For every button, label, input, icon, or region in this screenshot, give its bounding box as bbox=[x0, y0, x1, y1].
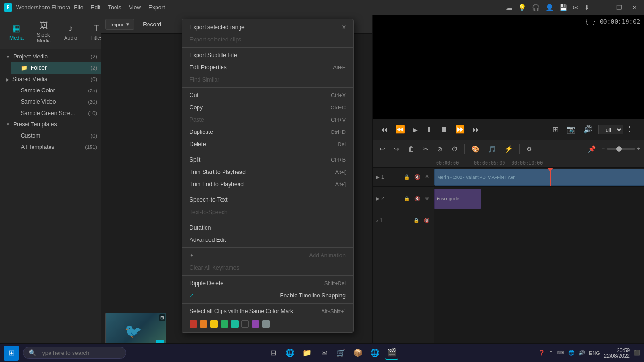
taskbar-app-mail[interactable]: ✉ bbox=[317, 346, 330, 360]
menu-export[interactable]: Export bbox=[149, 4, 165, 11]
ctx-export-selected-range[interactable]: Export selected range X bbox=[182, 21, 353, 33]
track-1-lock[interactable]: 🔒 bbox=[403, 174, 411, 180]
delete-clip-button[interactable]: 🗑 bbox=[405, 143, 417, 155]
settings-button[interactable]: ⚙ bbox=[523, 143, 535, 155]
stop-button[interactable]: ⏹ bbox=[438, 123, 450, 136]
step-forward-button[interactable]: ⏩ bbox=[454, 123, 467, 136]
audio-track-lock[interactable]: 🔒 bbox=[412, 217, 421, 223]
download-icon[interactable]: ⬇ bbox=[584, 4, 590, 11]
zoom-slider[interactable] bbox=[607, 148, 635, 150]
taskbar-app-explorer[interactable]: 📁 bbox=[300, 346, 314, 360]
import-button[interactable]: Import ▾ bbox=[105, 19, 134, 30]
zoom-thumb[interactable] bbox=[616, 146, 622, 152]
track-1-eye[interactable]: 👁 bbox=[423, 174, 431, 180]
ctx-trim-start[interactable]: Trim Start to Playhead Alt+[ bbox=[182, 166, 353, 178]
volume-button[interactable]: 🔊 bbox=[581, 123, 594, 136]
fullscreen-button[interactable]: ⛶ bbox=[627, 123, 638, 136]
ctx-trim-end[interactable]: Trim End to Playhead Alt+] bbox=[182, 178, 353, 190]
mail-icon[interactable]: ✉ bbox=[573, 4, 578, 11]
ctx-delete[interactable]: Delete Del bbox=[182, 138, 353, 150]
tool-audio[interactable]: ♪ Audio bbox=[58, 22, 83, 42]
ctx-copy[interactable]: Copy Ctrl+C bbox=[182, 101, 353, 114]
speed-button[interactable]: ⚡ bbox=[502, 143, 515, 155]
skip-back-button[interactable]: ⏮ bbox=[379, 123, 390, 136]
save-icon[interactable]: 💾 bbox=[559, 4, 567, 11]
color-teal[interactable] bbox=[231, 320, 239, 328]
menu-edit[interactable]: Edit bbox=[91, 4, 101, 11]
zoom-in-button[interactable]: + bbox=[637, 146, 640, 152]
ctx-enable-snapping[interactable]: ✓ Enable Timeline Snapping bbox=[182, 289, 353, 302]
track-2-eye[interactable]: 👁 bbox=[423, 196, 431, 202]
chevron-up-icon[interactable]: ⌃ bbox=[549, 350, 553, 356]
color-gray[interactable] bbox=[262, 320, 270, 328]
taskbar-app-filmora[interactable]: 🎬 bbox=[385, 346, 398, 360]
cut-clip-button[interactable]: ✂ bbox=[420, 143, 431, 155]
help-icon[interactable]: ❓ bbox=[538, 350, 545, 356]
ctx-advanced-edit[interactable]: Advanced Edit bbox=[182, 234, 353, 246]
notification-icon[interactable]: ⬛ bbox=[634, 350, 640, 356]
menu-view[interactable]: View bbox=[129, 4, 141, 11]
network-icon[interactable]: 🌐 bbox=[568, 350, 575, 356]
start-button[interactable]: ⊞ bbox=[4, 346, 19, 361]
redo-button[interactable]: ↪ bbox=[391, 143, 402, 155]
track-2-mute[interactable]: 🔇 bbox=[413, 196, 421, 202]
zoom-out-button[interactable]: − bbox=[602, 146, 605, 152]
maximize-button[interactable]: ❐ bbox=[613, 3, 625, 12]
close-button[interactable]: ✕ bbox=[629, 3, 640, 12]
skip-forward-button[interactable]: ⏭ bbox=[471, 123, 482, 136]
menu-file[interactable]: File bbox=[74, 4, 83, 11]
tree-folder-item[interactable]: 📁 Folder (2) bbox=[11, 62, 101, 74]
clip-video-1[interactable]: Merlin - 1x02 - Valiant.PDTV.AFFiNiTY.en bbox=[434, 169, 644, 186]
record-button[interactable]: Record bbox=[138, 19, 166, 30]
ctx-cut[interactable]: Cut Ctrl+X bbox=[182, 89, 353, 101]
volume-icon[interactable]: 🔊 bbox=[578, 350, 585, 356]
ctx-edit-properties[interactable]: Edit Properties Alt+E bbox=[182, 61, 353, 74]
clip-video-2[interactable]: ▶ user guide bbox=[434, 189, 481, 209]
crop-button[interactable]: ⊘ bbox=[434, 143, 446, 155]
ctx-split[interactable]: Split Ctrl+B bbox=[182, 154, 353, 166]
menu-tools[interactable]: Tools bbox=[108, 4, 121, 11]
search-input[interactable] bbox=[39, 350, 115, 356]
tool-stock-media[interactable]: 🖼 Stock Media bbox=[31, 19, 57, 45]
color-correct-button[interactable]: 🎨 bbox=[469, 143, 482, 155]
ctx-duration[interactable]: Duration bbox=[182, 222, 353, 234]
fit-to-frame-button[interactable]: ⊞ bbox=[551, 123, 561, 136]
zoom-select[interactable]: Full 50% 75% 25% bbox=[598, 125, 623, 134]
ctx-ripple-delete[interactable]: Ripple Delete Shift+Del bbox=[182, 277, 353, 289]
taskbar-app-taskview[interactable]: ⊟ bbox=[266, 346, 280, 360]
add-track-button[interactable]: 📌 bbox=[585, 143, 599, 155]
tree-project-media[interactable]: ▼ Project Media (2) bbox=[0, 51, 101, 62]
tree-sample-video-item[interactable]: Sample Video (20) bbox=[11, 96, 101, 107]
taskbar-app-amazon[interactable]: 🛒 bbox=[334, 346, 347, 360]
taskbar-app-browser2[interactable]: 🌐 bbox=[368, 346, 381, 360]
tree-sample-color-item[interactable]: Sample Color (25) bbox=[11, 85, 101, 96]
ctx-speech-to-text[interactable]: Speech-to-Text bbox=[182, 194, 353, 206]
track-1-mute[interactable]: 🔇 bbox=[413, 174, 421, 180]
color-green[interactable] bbox=[221, 320, 228, 328]
taskbar-app-dropbox[interactable]: 📦 bbox=[351, 346, 364, 360]
play-button[interactable]: ▶ bbox=[411, 124, 420, 135]
headset-icon[interactable]: 🎧 bbox=[532, 4, 540, 11]
bulb-icon[interactable]: 💡 bbox=[518, 4, 526, 11]
keyboard-icon[interactable]: ⌨ bbox=[557, 350, 564, 356]
color-purple[interactable] bbox=[252, 320, 259, 328]
color-orange[interactable] bbox=[200, 320, 207, 328]
tree-sample-green-item[interactable]: Sample Green Scre... (10) bbox=[11, 107, 101, 119]
timer-button[interactable]: ⏱ bbox=[448, 143, 461, 155]
taskbar-app-edge[interactable]: 🌐 bbox=[283, 346, 297, 360]
avatar-icon[interactable]: 👤 bbox=[545, 4, 553, 11]
step-back-button[interactable]: ⏪ bbox=[394, 123, 407, 136]
color-yellow[interactable] bbox=[210, 320, 218, 328]
search-box[interactable]: 🔍 bbox=[23, 347, 126, 359]
tool-media[interactable]: ▦ Media bbox=[4, 21, 29, 42]
cloud-icon[interactable]: ☁ bbox=[506, 4, 512, 11]
track-2-lock[interactable]: 🔒 bbox=[403, 196, 411, 202]
undo-button[interactable]: ↩ bbox=[377, 143, 388, 155]
tree-shared-media[interactable]: ▶ Shared Media (0) bbox=[0, 74, 101, 85]
minimize-button[interactable]: — bbox=[597, 3, 610, 12]
tree-preset-templates[interactable]: ▼ Preset Templates bbox=[0, 119, 101, 130]
audio-button[interactable]: 🎵 bbox=[485, 143, 499, 155]
tree-all-templates-item[interactable]: All Templates (151) bbox=[11, 141, 101, 153]
audio-track-mute[interactable]: 🔇 bbox=[422, 217, 431, 223]
snapshot-button[interactable]: 📷 bbox=[564, 123, 578, 136]
